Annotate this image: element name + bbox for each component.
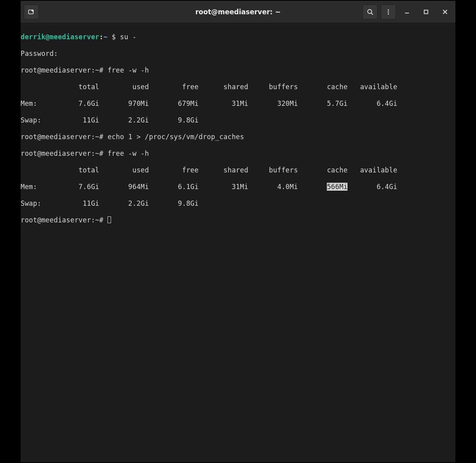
terminal-line: root@meediaserver:~# free -w -h (21, 149, 455, 158)
prompt-root: root@meediaserver:~# (21, 149, 104, 157)
terminal-line: derrik@meediaserver:~ $ su - (21, 33, 455, 41)
free-mem-row: Mem: 7.6Gi 964Mi 6.1Gi 31Mi 4.0Mi 566Mi … (21, 183, 455, 191)
prompt-root: root@meediaserver:~# (21, 216, 104, 224)
kebab-menu-icon (385, 8, 392, 15)
svg-line-4 (371, 13, 373, 15)
free-header: total used free shared buffers cache ava… (21, 83, 455, 91)
maximize-icon (423, 9, 429, 15)
command-text: free -w -h (107, 66, 149, 74)
command-text (116, 33, 120, 41)
new-tab-button[interactable] (24, 4, 39, 19)
prompt-sep: : (99, 33, 103, 41)
prompt-root: root@meediaserver:~# (21, 133, 104, 141)
svg-point-3 (368, 10, 372, 13)
free-header: total used free shared buffers cache ava… (21, 166, 455, 174)
free-mem-post: 6.4Gi (347, 183, 397, 191)
terminal-line: root@meediaserver:~# free -w -h (21, 66, 455, 75)
selected-text: 566Mi (327, 183, 347, 191)
command-text (104, 149, 107, 157)
prompt-symbol (107, 33, 111, 41)
new-tab-icon (28, 8, 35, 15)
command-text: su - (120, 33, 136, 41)
menu-button[interactable] (381, 4, 396, 19)
terminal-line: root@meediaserver:~# echo 1 > /proc/sys/… (21, 133, 455, 141)
close-button[interactable] (437, 4, 453, 19)
search-icon (367, 8, 374, 15)
command-text (104, 133, 107, 141)
spacer (104, 216, 107, 224)
prompt-user: derrik@meediaserver (21, 33, 99, 41)
maximize-button[interactable] (418, 4, 434, 19)
command-text: free -w -h (107, 149, 149, 157)
command-text (104, 66, 107, 74)
search-button[interactable] (363, 4, 378, 19)
svg-rect-9 (424, 10, 428, 13)
prompt-dollar: $ (112, 33, 116, 41)
titlebar: root@meediaserver: ~ (21, 1, 455, 23)
free-swap-row: Swap: 11Gi 2.2Gi 9.8Gi (21, 199, 455, 208)
command-text: echo 1 > /proc/sys/vm/drop_caches (107, 133, 244, 141)
free-mem-pre: Mem: 7.6Gi 964Mi 6.1Gi 31Mi 4.0Mi (21, 183, 327, 191)
terminal-line: Password: (21, 50, 455, 58)
terminal-window: root@meediaserver: ~ (21, 1, 455, 462)
terminal-line: root@meediaserver:~# (21, 216, 455, 224)
terminal-body[interactable]: derrik@meediaserver:~ $ su - Password: r… (21, 23, 455, 462)
minimize-icon (404, 9, 410, 15)
minimize-button[interactable] (399, 4, 415, 19)
prompt-root: root@meediaserver:~# (21, 66, 104, 74)
svg-point-5 (388, 9, 389, 10)
free-swap-row: Swap: 11Gi 2.2Gi 9.8Gi (21, 116, 455, 124)
cursor (107, 216, 111, 223)
close-icon (442, 9, 448, 15)
svg-point-7 (388, 13, 389, 14)
free-mem-row: Mem: 7.6Gi 970Mi 679Mi 31Mi 320Mi 5.7Gi … (21, 99, 455, 108)
svg-point-6 (388, 11, 389, 12)
prompt-path: ~ (104, 33, 107, 41)
